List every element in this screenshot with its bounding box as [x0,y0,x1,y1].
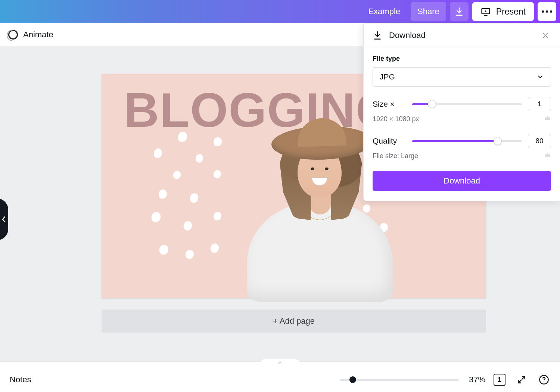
svg-point-2 [544,382,544,382]
zoom-slider[interactable] [340,375,459,384]
project-name[interactable]: Example [361,2,407,21]
add-page-button[interactable]: + Add page [102,310,486,333]
more-icon [542,10,552,13]
page-count: 1 [494,374,505,386]
size-input[interactable]: 1 [528,97,551,111]
download-icon [454,7,464,16]
footer-bar: Notes 37% 1 [0,367,560,392]
file-type-value: JPG [380,72,395,81]
download-panel-title: Download [389,31,426,40]
chevron-down-icon [536,73,544,81]
close-icon [541,31,550,40]
notes-button[interactable]: Notes [10,375,31,385]
footer-pull-tab[interactable] [0,361,560,367]
quality-label: Quality [373,137,406,145]
download-icon [373,31,382,40]
close-panel-button[interactable] [540,30,551,41]
size-label: Size × [373,100,406,109]
add-page-label: + Add page [273,316,315,326]
quality-slider[interactable] [412,136,522,146]
fullscreen-icon [517,375,526,385]
present-icon [480,6,491,17]
present-button[interactable]: Present [472,2,534,21]
zoom-label: 37% [469,375,485,385]
size-slider[interactable] [412,99,522,109]
crown-icon [544,115,551,123]
chevron-up-icon [277,361,283,365]
download-panel: Download File type JPG Size × 1 1920 × 1… [363,23,560,201]
dimensions-hint: 1920 × 1080 px [373,115,419,123]
chevron-left-icon [1,216,7,223]
animate-icon [8,30,18,40]
file-type-label: File type [373,55,551,63]
download-button[interactable]: Download [373,171,551,191]
animate-button[interactable]: Animate [23,30,53,40]
download-icon-button[interactable] [450,2,469,21]
download-panel-header: Download [364,23,560,47]
crown-icon [544,152,551,160]
help-button[interactable] [538,373,550,386]
side-panel-toggle[interactable] [0,198,8,240]
quality-input[interactable]: 80 [528,134,551,148]
present-label: Present [496,7,526,17]
page-count-button[interactable]: 1 [494,374,505,386]
help-icon [539,374,549,385]
file-size-note: File size: Large [373,152,418,160]
file-type-select[interactable]: JPG [373,67,551,87]
top-header-bar: Example Share Present [0,0,560,23]
more-menu-button[interactable] [538,2,556,21]
fullscreen-button[interactable] [515,373,528,386]
share-button[interactable]: Share [411,2,446,21]
